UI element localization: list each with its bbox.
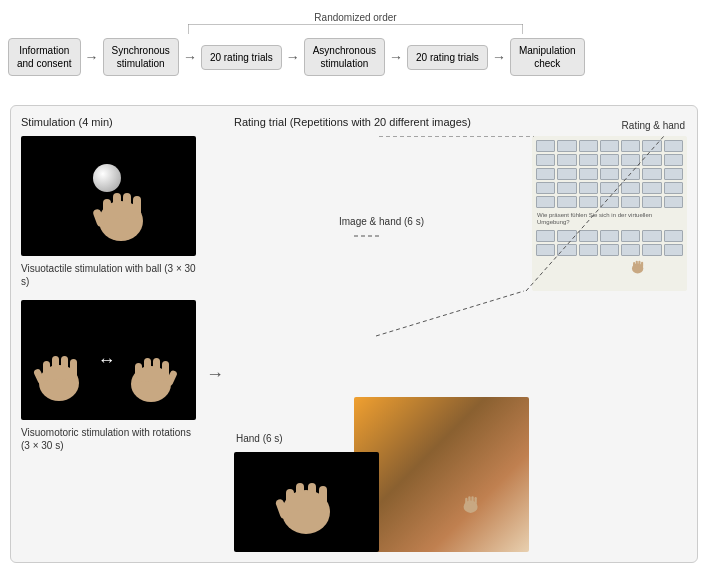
arrow-1: → (85, 49, 99, 65)
hand-only-image (234, 452, 379, 552)
flow-box-rating2: 20 rating trials (407, 45, 488, 70)
two-hands-svg (21, 300, 196, 420)
svg-rect-29 (471, 496, 473, 505)
stim-ball-image (21, 136, 196, 256)
image-hand-label: Image & hand (6 s) (339, 216, 424, 227)
hand-only-svg (234, 452, 379, 552)
svg-rect-4 (103, 199, 111, 221)
flow-box-rating1: 20 rating trials (201, 45, 282, 70)
rating-title: Rating trial (Repetitions with 20 differ… (234, 116, 687, 128)
stimulation-title: Stimulation (4 min) (21, 116, 196, 128)
svg-line-39 (376, 291, 524, 336)
rating-sheet-image: Wie präsent fühlen Sie sich in der virtu… (532, 136, 687, 291)
svg-rect-13 (70, 359, 77, 379)
svg-rect-18 (153, 358, 160, 382)
rating-content: Rating & hand Wie präsent fühlen Sie sic… (234, 136, 687, 552)
flow-box-manip-check: Manipulationcheck (510, 38, 585, 76)
rating-hand-label: Rating & hand (622, 120, 685, 131)
arrow-5: → (492, 49, 506, 65)
person-image (354, 397, 529, 552)
stimulation-panel: Stimulation (4 min) Visuotactile st (21, 116, 196, 552)
svg-rect-24 (638, 261, 640, 268)
stim-rotation-image: ↔ (21, 300, 196, 420)
arrow-3: → (286, 49, 300, 65)
svg-rect-33 (296, 483, 304, 511)
ball-icon (93, 164, 121, 192)
stim-rotation-label: Visuomotoric stimulation with rotations … (21, 426, 196, 452)
svg-rect-34 (308, 483, 316, 511)
svg-rect-35 (319, 486, 327, 510)
svg-rect-7 (133, 196, 141, 218)
hand-under-ball-svg (21, 136, 196, 256)
svg-rect-11 (52, 356, 59, 380)
flow-box-sync-stim: Synchronousstimulation (103, 38, 179, 76)
main-content-area: Stimulation (4 min) Visuotactile st (10, 105, 698, 563)
svg-rect-32 (286, 489, 294, 513)
panel-arrow: → (206, 116, 224, 552)
svg-rect-12 (61, 356, 68, 380)
hand-person-overlay-svg (449, 492, 529, 552)
svg-rect-25 (641, 262, 643, 268)
randomized-label: Randomized order (188, 12, 523, 23)
svg-rect-17 (144, 358, 151, 382)
svg-rect-22 (633, 262, 635, 268)
svg-rect-16 (135, 363, 142, 383)
arrow-4: → (389, 49, 403, 65)
svg-rect-28 (468, 496, 470, 505)
svg-rect-27 (465, 498, 467, 505)
flow-diagram: Randomized order Informationand consent … (0, 8, 708, 103)
stim-ball-label: Visuotactile stimulation with ball (3 × … (21, 262, 196, 288)
svg-rect-23 (636, 261, 638, 268)
svg-rect-5 (113, 193, 121, 219)
rating-panel: Rating trial (Repetitions with 20 differ… (234, 116, 687, 552)
svg-rect-6 (123, 193, 131, 219)
arrow-2: → (183, 49, 197, 65)
hand-label: Hand (6 s) (236, 433, 283, 444)
flow-box-async-stim: Asynchronousstimulation (304, 38, 385, 76)
hand-in-rating-svg (627, 246, 682, 286)
flow-box-info-consent: Informationand consent (8, 38, 81, 76)
svg-rect-30 (474, 497, 476, 504)
svg-rect-10 (43, 361, 50, 381)
